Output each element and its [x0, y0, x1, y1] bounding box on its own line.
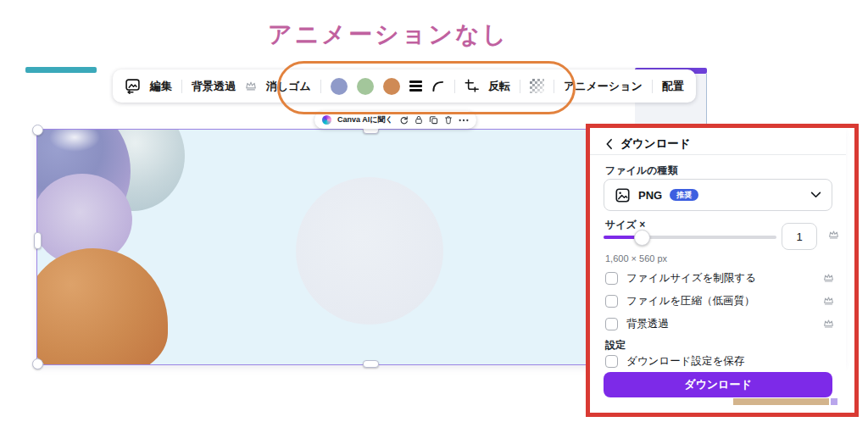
download-button[interactable]: ダウンロード — [604, 372, 832, 397]
toolbar-divider — [454, 80, 455, 93]
page-title: アニメーションなし — [268, 19, 509, 51]
peek-content-tan — [733, 398, 829, 405]
option-save-settings[interactable]: ダウンロード設定を保存 — [605, 353, 834, 369]
toolbar-divider — [320, 80, 321, 93]
toolbar-divider — [181, 80, 182, 93]
flip-button[interactable]: 反転 — [488, 79, 510, 94]
spacing-icon[interactable] — [409, 81, 422, 92]
checkbox[interactable] — [605, 318, 618, 330]
recommended-badge: 推奨 — [670, 189, 698, 201]
redo-icon[interactable] — [399, 115, 409, 125]
context-toolbar: 編集 背景透過 消しゴム 反転 アニメーション 配置 — [113, 69, 696, 103]
background-remove-button[interactable]: 背景透過 — [192, 79, 236, 94]
file-type-dropdown[interactable]: PNG 推奨 — [604, 179, 832, 211]
option-transparent-background[interactable]: 背景透過 — [605, 316, 834, 331]
crown-icon — [823, 319, 834, 329]
dimensions-text: 1,600 × 560 px — [605, 253, 667, 264]
crown-icon — [823, 273, 834, 283]
color-swatch-blue[interactable] — [331, 78, 348, 95]
crop-icon[interactable] — [465, 79, 479, 93]
scale-input[interactable]: 1 — [782, 223, 817, 250]
canva-ai-icon — [322, 115, 331, 125]
color-swatch-orange[interactable] — [383, 78, 400, 95]
more-options-icon[interactable] — [459, 119, 469, 122]
panel-title: ダウンロード — [620, 136, 691, 152]
option-label: ファイルサイズを制限する — [626, 271, 756, 286]
download-panel: ダウンロード ファイルの種類 PNG 推奨 サイズ × 1 1,600 × 56… — [590, 128, 846, 397]
canva-ai-bar: Canva AIに聞く — [314, 111, 476, 129]
slider-thumb[interactable] — [634, 230, 650, 246]
eraser-button[interactable]: 消しゴム — [266, 79, 311, 94]
ask-canva-ai-button[interactable]: Canva AIに聞く — [337, 114, 393, 125]
option-label: ファイルを圧縮（低画質） — [626, 294, 754, 308]
selection-handle-top-left[interactable] — [32, 125, 43, 136]
option-label: 背景透過 — [626, 317, 669, 331]
toolbar-divider — [520, 80, 520, 93]
image-file-icon — [615, 187, 631, 203]
delete-icon[interactable] — [444, 115, 453, 125]
size-slider[interactable] — [604, 236, 776, 239]
toolbar-divider — [652, 80, 653, 93]
screenshot-page: アニメーションなし 編集 背景透過 消しゴム 反転 アニメーション — [0, 0, 868, 422]
header-fragment-teal — [25, 67, 97, 73]
animation-button[interactable]: アニメーション — [564, 79, 643, 94]
corner-rounding-icon[interactable] — [431, 80, 445, 92]
center-circle-shape — [296, 177, 443, 325]
checkbox[interactable] — [605, 272, 618, 285]
option-label: ダウンロード設定を保存 — [626, 354, 744, 369]
duplicate-icon[interactable] — [429, 115, 438, 125]
toolbar-divider — [554, 80, 554, 93]
selection-handle-bottom[interactable] — [363, 360, 379, 368]
edit-image-icon — [125, 78, 141, 94]
edit-button[interactable]: 編集 — [150, 79, 172, 94]
back-chevron-icon[interactable] — [605, 138, 613, 150]
option-compress-file[interactable]: ファイルを圧縮（低画質） — [605, 293, 834, 308]
blob-shape-orange — [37, 248, 168, 364]
selection-handle-bottom-left[interactable] — [32, 358, 43, 369]
position-button[interactable]: 配置 — [662, 79, 684, 94]
transparency-icon[interactable] — [530, 79, 544, 93]
crown-icon — [823, 296, 834, 306]
lock-icon[interactable] — [415, 115, 423, 125]
selection-handle-left[interactable] — [34, 232, 42, 249]
crown-icon — [245, 81, 257, 92]
color-swatch-green[interactable] — [357, 78, 374, 95]
peek-content-purple — [831, 398, 837, 405]
checkbox[interactable] — [605, 295, 618, 308]
chevron-down-icon — [810, 192, 821, 198]
file-type-label: ファイルの種類 — [605, 164, 677, 178]
panel-divider — [590, 154, 846, 155]
crown-icon — [828, 230, 839, 240]
option-limit-filesize[interactable]: ファイルサイズを制限する — [605, 270, 834, 286]
settings-label: 設定 — [605, 338, 626, 353]
file-type-value: PNG — [638, 189, 662, 202]
checkbox[interactable] — [605, 355, 618, 368]
